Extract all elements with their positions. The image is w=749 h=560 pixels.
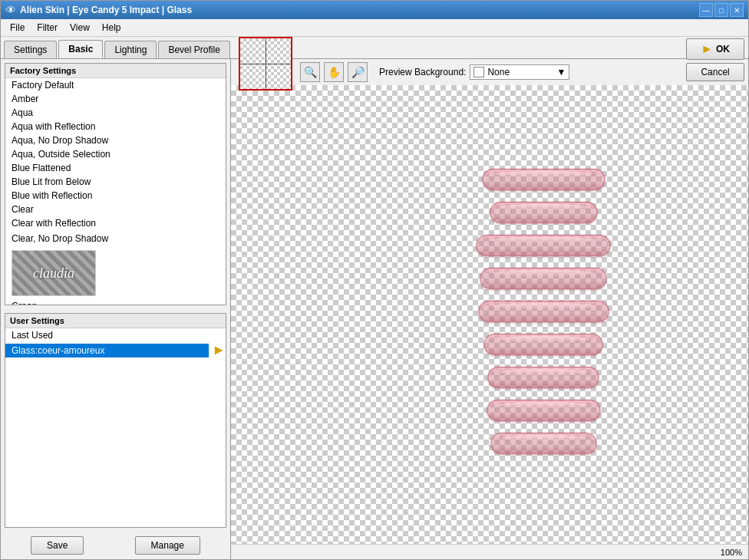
minimize-button[interactable]: —	[699, 3, 713, 17]
bg-color-swatch	[473, 67, 484, 77]
preview-bg-label: Preview Background:	[379, 67, 466, 77]
user-list-item-glass[interactable]: Glass:coeur-amoureux ►	[5, 342, 226, 358]
zoom-fit-button[interactable]: 🔎	[348, 62, 368, 82]
menu-view[interactable]: View	[64, 21, 96, 35]
dropdown-chevron-icon: ▼	[557, 67, 566, 77]
ok-cancel-panel: ► OK Cancel	[686, 38, 744, 81]
hand-icon: ✋	[328, 66, 341, 78]
list-item[interactable]: Factory Default	[5, 78, 226, 92]
save-button[interactable]: Save	[31, 536, 84, 555]
app-icon: 👁	[5, 4, 16, 16]
zoom-in-icon: 🔍	[304, 66, 317, 78]
ok-button[interactable]: ► OK	[686, 38, 744, 60]
close-button[interactable]: ✕	[730, 3, 744, 17]
ok-arrow-icon: ►	[701, 42, 713, 56]
bottom-buttons: Save Manage	[1, 532, 230, 559]
menu-filter[interactable]: Filter	[31, 21, 64, 35]
factory-settings-section: Factory Settings Factory Default Amber A…	[5, 63, 226, 305]
maximize-button[interactable]: □	[714, 3, 728, 17]
user-settings-header: User Settings	[5, 314, 226, 328]
glass-shape	[490, 433, 596, 454]
preview-bg-value: None	[487, 67, 510, 77]
window-title: Alien Skin | Eye Candy 5 Impact | Glass	[20, 5, 192, 15]
menu-file[interactable]: File	[4, 21, 31, 35]
claudia-preview: claudia	[12, 250, 96, 296]
list-item[interactable]: Blue Lit from Below	[5, 175, 226, 189]
list-item[interactable]: Clear, No Drop Shadow	[5, 232, 226, 245]
status-bar: 100%	[231, 544, 748, 559]
glass-shape	[487, 400, 600, 421]
right-panel: 🔍 ✋ 🔎 Preview Background: None ▼	[231, 59, 748, 559]
list-item[interactable]: Clear with Reflection	[5, 216, 226, 230]
glass-shape	[484, 334, 603, 355]
list-item[interactable]: Amber	[5, 92, 226, 106]
user-settings-section: User Settings Last Used Glass:coeur-amou…	[5, 313, 226, 528]
list-item[interactable]: Green	[5, 299, 226, 305]
cancel-button[interactable]: Cancel	[686, 63, 744, 81]
pan-button[interactable]: ✋	[324, 62, 344, 82]
tab-bevel-profile[interactable]: Bevel Profile	[158, 41, 229, 58]
user-list-item-last-used[interactable]: Last Used	[5, 328, 226, 342]
title-buttons: — □ ✕	[699, 3, 744, 17]
ok-label: OK	[716, 44, 730, 54]
zoom-in-button[interactable]: 🔍	[300, 62, 320, 82]
tabs-area: Settings Basic Lighting Bevel Profile	[1, 37, 235, 58]
selected-preset-label[interactable]: Glass:coeur-amoureux	[5, 344, 209, 357]
top-toolbar: 🔍 ✋ 🔎 Preview Background: None ▼	[231, 59, 748, 85]
list-item[interactable]: Aqua	[5, 106, 226, 120]
list-item[interactable]: Blue Flattened	[5, 161, 226, 175]
tab-settings[interactable]: Settings	[4, 41, 57, 58]
main-content: Factory Settings Factory Default Amber A…	[1, 58, 748, 559]
left-panel-inner: Factory Settings Factory Default Amber A…	[1, 59, 230, 559]
glass-shape	[478, 301, 609, 322]
glass-shapes-container	[477, 169, 611, 460]
list-item[interactable]: Blue with Reflection	[5, 189, 226, 203]
factory-settings-list[interactable]: Factory Default Amber Aqua Aqua with Ref…	[5, 78, 226, 305]
menu-help[interactable]: Help	[96, 21, 127, 35]
title-bar-left: 👁 Alien Skin | Eye Candy 5 Impact | Glas…	[5, 4, 192, 16]
glass-shape	[480, 268, 607, 289]
user-settings-list[interactable]: Last Used Glass:coeur-amoureux ►	[5, 328, 226, 527]
list-item[interactable]: Aqua with Reflection	[5, 120, 226, 133]
canvas-area	[231, 85, 748, 544]
glass-shape	[482, 169, 605, 190]
list-item[interactable]: Aqua, Outside Selection	[5, 147, 226, 161]
glass-shape	[488, 367, 599, 388]
menu-bar: File Filter View Help	[1, 19, 748, 37]
tab-lighting[interactable]: Lighting	[104, 41, 157, 58]
glass-shape	[490, 202, 597, 223]
preview-thumbnail	[239, 37, 292, 91]
tab-basic[interactable]: Basic	[58, 40, 103, 58]
manage-button[interactable]: Manage	[135, 536, 200, 555]
factory-settings-header: Factory Settings	[5, 64, 226, 78]
list-item[interactable]: Clear	[5, 203, 226, 216]
title-bar: 👁 Alien Skin | Eye Candy 5 Impact | Glas…	[1, 1, 748, 19]
glass-shape	[477, 235, 611, 256]
claudia-label: claudia	[33, 265, 74, 282]
list-item[interactable]: Aqua, No Drop Shadow	[5, 133, 226, 147]
main-window: 👁 Alien Skin | Eye Candy 5 Impact | Glas…	[0, 0, 749, 560]
arrow-pointer-icon: ►	[212, 342, 226, 358]
preview-bg-selector[interactable]: None ▼	[470, 64, 569, 80]
magnify-icon: 🔎	[351, 66, 365, 78]
left-panel: Factory Settings Factory Default Amber A…	[1, 59, 231, 559]
zoom-level: 100%	[721, 548, 742, 557]
